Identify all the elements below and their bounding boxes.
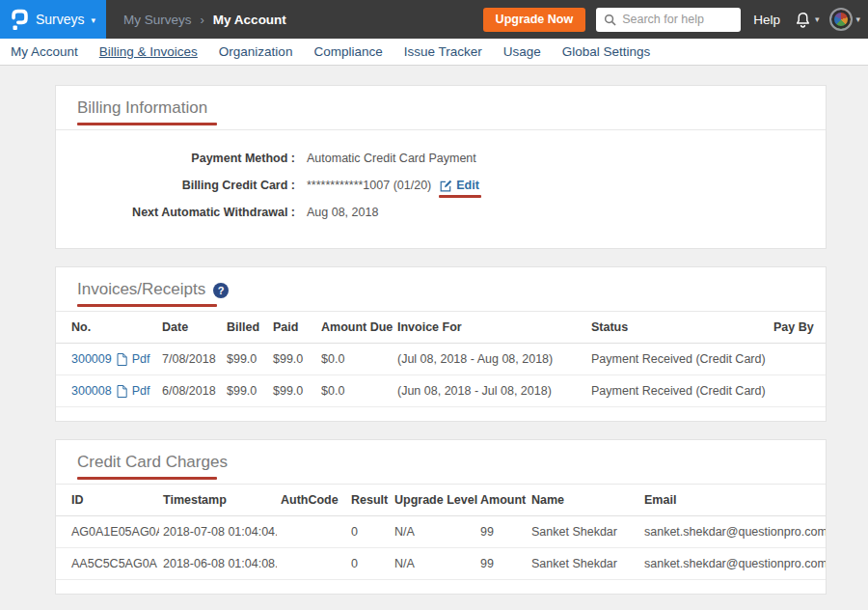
col-email: Email: [640, 485, 826, 516]
charge-row: AA5C5C5AG0A 2018-06-08 01:04:08.0 0 N/A …: [56, 548, 826, 580]
charges-header-row: ID Timestamp AuthCode Result Upgrade Lev…: [56, 485, 826, 516]
cell-upgrade-level: N/A: [391, 548, 476, 580]
pdf-file-icon: [117, 385, 127, 398]
pdf-file-icon: [117, 353, 127, 366]
edit-card-link[interactable]: Edit: [456, 179, 479, 192]
help-icon[interactable]: ?: [213, 283, 229, 298]
cell-timestamp: 2018-06-08 01:04:08.0: [159, 548, 277, 580]
tab-issue-tracker[interactable]: Issue Tracker: [393, 44, 493, 59]
cell-date: 7/08/2018: [158, 344, 223, 375]
payment-method-row: Payment Method : Automatic Credit Card P…: [56, 152, 826, 165]
col-invoice-for: Invoice For: [393, 312, 587, 344]
billing-credit-card-row: Billing Credit Card : ************1007 (…: [56, 179, 826, 192]
invoices-table: No. Date Billed Paid Amount Due Invoice …: [56, 312, 826, 407]
charges-table: ID Timestamp AuthCode Result Upgrade Lev…: [56, 485, 826, 580]
tab-global-settings[interactable]: Global Settings: [552, 44, 662, 59]
cell-name: Sanket Shekdar: [528, 548, 640, 580]
col-name: Name: [528, 485, 640, 516]
cell-invoice-for: (Jun 08, 2018 - Jul 08, 2018): [393, 375, 587, 407]
cell-no: 300009 Pdf: [56, 344, 158, 375]
billing-information-fields: Payment Method : Automatic Credit Card P…: [56, 130, 826, 248]
main-content: Billing Information Payment Method : Aut…: [0, 66, 868, 595]
billing-information-card: Billing Information Payment Method : Aut…: [55, 85, 827, 249]
col-id: ID: [56, 485, 159, 516]
search-input[interactable]: [622, 13, 733, 26]
col-status: Status: [587, 312, 770, 344]
invoices-header-row: No. Date Billed Paid Amount Due Invoice …: [56, 312, 826, 344]
billing-credit-card-value: ************1007 (01/20) Edit: [307, 179, 479, 192]
chevron-down-icon: ▾: [815, 14, 820, 24]
help-link[interactable]: Help: [753, 13, 780, 27]
tab-usage[interactable]: Usage: [493, 44, 552, 59]
breadcrumb-separator-icon: ›: [201, 13, 204, 27]
cell-amount-due: $0.0: [317, 344, 393, 375]
col-billed: Billed: [223, 312, 269, 344]
edit-icon: [440, 180, 452, 192]
col-date: Date: [158, 312, 223, 344]
invoices-receipts-header: Invoices/Receipts ?: [56, 267, 826, 312]
tab-billing-invoices[interactable]: Billing & Invoices: [89, 44, 208, 59]
col-timestamp: Timestamp: [159, 485, 277, 516]
billing-credit-card-label: Billing Credit Card :: [56, 179, 295, 192]
billing-information-header: Billing Information: [56, 86, 826, 130]
next-withdrawal-row: Next Automatic Withdrawal : Aug 08, 2018: [56, 206, 826, 219]
breadcrumb: My Surveys › My Account: [123, 13, 286, 27]
col-paid: Paid: [269, 312, 317, 344]
tab-compliance[interactable]: Compliance: [303, 44, 393, 59]
pdf-link[interactable]: Pdf: [132, 352, 150, 366]
annotation-underline: [77, 304, 217, 307]
cell-amount: 99: [476, 548, 528, 580]
cell-billed: $99.0: [223, 344, 269, 375]
cell-authcode: [277, 548, 347, 580]
upgrade-now-button[interactable]: Upgrade Now: [483, 8, 586, 32]
cell-billed: $99.0: [223, 375, 269, 407]
cell-pay-by: [770, 375, 826, 407]
cell-id: AG0A1E05AG0A: [56, 516, 159, 548]
next-withdrawal-label: Next Automatic Withdrawal :: [56, 206, 295, 219]
credit-card-charges-card: Credit Card Charges ID Timestamp AuthCod…: [55, 439, 827, 595]
top-header: Surveys ▾ My Surveys › My Account Upgrad…: [0, 0, 868, 39]
col-amount: Amount: [476, 485, 528, 516]
notifications-button[interactable]: ▾: [794, 11, 820, 29]
invoices-receipts-title: Invoices/Receipts: [77, 280, 205, 299]
cell-pay-by: [770, 344, 826, 375]
product-switcher[interactable]: Surveys ▾: [0, 0, 106, 39]
breadcrumb-current: My Account: [213, 13, 286, 27]
cell-email: sanket.shekdar@questionpro.com: [640, 548, 826, 580]
invoice-number-link[interactable]: 300009: [71, 352, 112, 366]
cell-amount: 99: [476, 516, 528, 548]
credit-card-charges-header: Credit Card Charges: [56, 440, 826, 485]
invoice-row: 300009 Pdf 7/08/2018 $99.0 $99.0 $0.0: [56, 344, 826, 375]
invoice-number-link[interactable]: 300008: [71, 384, 112, 398]
annotation-underline: [77, 477, 217, 480]
pdf-link[interactable]: Pdf: [132, 384, 150, 398]
col-upgrade-level: Upgrade Level: [391, 485, 476, 516]
cell-result: 0: [347, 516, 391, 548]
col-authcode: AuthCode: [277, 485, 347, 516]
edit-card-action: Edit: [440, 179, 479, 192]
payment-method-value: Automatic Credit Card Payment: [307, 152, 476, 165]
table-bottom-padding: [56, 407, 826, 421]
tab-my-account[interactable]: My Account: [0, 44, 89, 59]
cell-status: Payment Received (Credit Card): [587, 344, 770, 375]
cell-email: sanket.shekdar@questionpro.com: [640, 516, 826, 548]
credit-card-charges-title: Credit Card Charges: [77, 453, 228, 472]
help-search[interactable]: [596, 8, 741, 32]
chevron-down-icon: ▾: [855, 14, 860, 24]
cell-upgrade-level: N/A: [391, 516, 476, 548]
col-result: Result: [347, 485, 391, 516]
annotation-underline: [439, 195, 481, 198]
next-withdrawal-value: Aug 08, 2018: [307, 206, 378, 219]
search-icon: [604, 14, 616, 26]
charge-row: AG0A1E05AG0A 2018-07-08 01:04:04.0 0 N/A…: [56, 516, 826, 548]
table-bottom-padding: [56, 580, 826, 594]
avatar: [829, 8, 853, 31]
account-nav-tabs: My Account Billing & Invoices Organizati…: [0, 39, 868, 66]
breadcrumb-my-surveys[interactable]: My Surveys: [123, 13, 192, 27]
annotation-underline: [77, 123, 217, 125]
tab-organization[interactable]: Organization: [208, 44, 304, 59]
product-label: Surveys: [36, 12, 85, 27]
account-menu[interactable]: ▾: [829, 8, 860, 31]
cell-authcode: [277, 516, 347, 548]
cell-name: Sanket Shekdar: [528, 516, 640, 548]
